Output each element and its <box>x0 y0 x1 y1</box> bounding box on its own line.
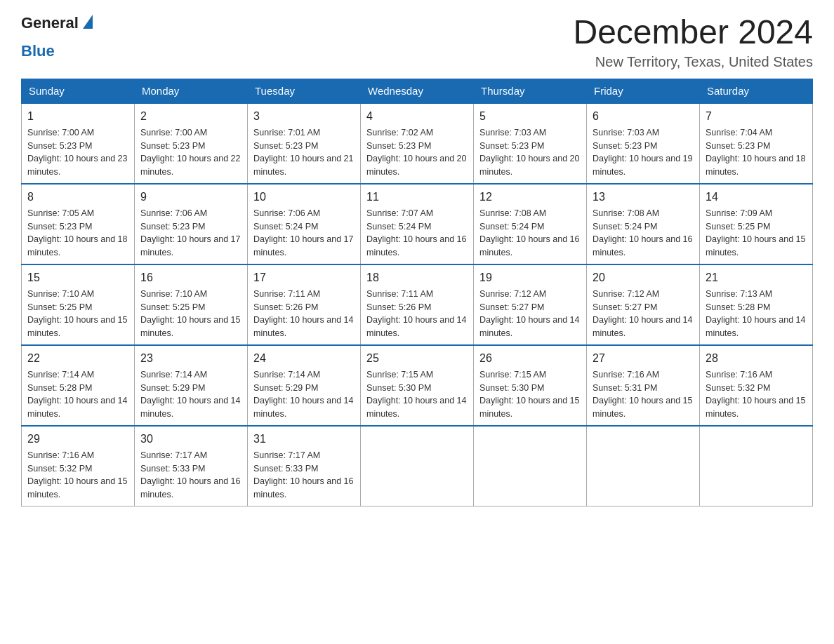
calendar-cell: 13 Sunrise: 7:08 AMSunset: 5:24 PMDaylig… <box>587 184 700 264</box>
week-row-4: 22 Sunrise: 7:14 AMSunset: 5:28 PMDaylig… <box>22 345 813 426</box>
day-number: 14 <box>706 189 807 206</box>
day-info: Sunrise: 7:06 AMSunset: 5:23 PMDaylight:… <box>140 207 241 260</box>
day-info: Sunrise: 7:07 AMSunset: 5:24 PMDaylight:… <box>366 207 468 260</box>
calendar-cell: 27 Sunrise: 7:16 AMSunset: 5:31 PMDaylig… <box>587 345 700 426</box>
day-info: Sunrise: 7:11 AMSunset: 5:26 PMDaylight:… <box>253 288 355 340</box>
day-number: 9 <box>140 189 241 206</box>
day-number: 27 <box>593 350 694 367</box>
calendar-cell <box>474 426 587 507</box>
day-info: Sunrise: 7:12 AMSunset: 5:27 PMDaylight:… <box>479 288 581 340</box>
day-number: 11 <box>366 189 468 206</box>
week-row-3: 15 Sunrise: 7:10 AMSunset: 5:25 PMDaylig… <box>22 264 813 345</box>
day-info: Sunrise: 7:10 AMSunset: 5:25 PMDaylight:… <box>140 288 241 340</box>
day-number: 23 <box>140 350 241 367</box>
calendar-cell: 11 Sunrise: 7:07 AMSunset: 5:24 PMDaylig… <box>361 184 474 264</box>
calendar-cell: 21 Sunrise: 7:13 AMSunset: 5:28 PMDaylig… <box>700 264 813 345</box>
calendar-header-friday: Friday <box>587 79 700 103</box>
day-number: 1 <box>27 108 128 125</box>
day-number: 30 <box>140 431 241 448</box>
calendar-cell: 28 Sunrise: 7:16 AMSunset: 5:32 PMDaylig… <box>700 345 813 426</box>
page-title: December 2024 <box>573 14 813 51</box>
day-info: Sunrise: 7:08 AMSunset: 5:24 PMDaylight:… <box>593 207 694 260</box>
day-info: Sunrise: 7:06 AMSunset: 5:24 PMDaylight:… <box>253 207 355 260</box>
calendar-cell: 14 Sunrise: 7:09 AMSunset: 5:25 PMDaylig… <box>700 184 813 264</box>
day-info: Sunrise: 7:14 AMSunset: 5:29 PMDaylight:… <box>253 368 355 421</box>
calendar-cell: 20 Sunrise: 7:12 AMSunset: 5:27 PMDaylig… <box>587 264 700 345</box>
calendar-cell: 29 Sunrise: 7:16 AMSunset: 5:32 PMDaylig… <box>22 426 135 507</box>
day-info: Sunrise: 7:15 AMSunset: 5:30 PMDaylight:… <box>479 368 581 421</box>
day-number: 3 <box>253 108 355 125</box>
day-info: Sunrise: 7:13 AMSunset: 5:28 PMDaylight:… <box>706 288 807 340</box>
day-number: 12 <box>479 189 581 206</box>
week-row-1: 1 Sunrise: 7:00 AMSunset: 5:23 PMDayligh… <box>22 103 813 184</box>
logo-blue-text: Blue <box>21 42 55 60</box>
calendar-cell: 4 Sunrise: 7:02 AMSunset: 5:23 PMDayligh… <box>361 103 474 184</box>
calendar-cell: 9 Sunrise: 7:06 AMSunset: 5:23 PMDayligh… <box>135 184 248 264</box>
calendar-cell: 16 Sunrise: 7:10 AMSunset: 5:25 PMDaylig… <box>135 264 248 345</box>
calendar-header-saturday: Saturday <box>700 79 813 103</box>
day-number: 4 <box>366 108 468 125</box>
calendar-cell: 22 Sunrise: 7:14 AMSunset: 5:28 PMDaylig… <box>22 345 135 426</box>
day-info: Sunrise: 7:17 AMSunset: 5:33 PMDaylight:… <box>253 449 355 502</box>
calendar-cell: 3 Sunrise: 7:01 AMSunset: 5:23 PMDayligh… <box>248 103 361 184</box>
day-info: Sunrise: 7:16 AMSunset: 5:32 PMDaylight:… <box>27 449 128 502</box>
day-number: 28 <box>706 350 807 367</box>
calendar-header-sunday: Sunday <box>22 79 135 103</box>
day-number: 6 <box>593 108 694 125</box>
day-info: Sunrise: 7:12 AMSunset: 5:27 PMDaylight:… <box>593 288 694 340</box>
day-info: Sunrise: 7:14 AMSunset: 5:28 PMDaylight:… <box>27 368 128 421</box>
day-info: Sunrise: 7:00 AMSunset: 5:23 PMDaylight:… <box>27 126 128 179</box>
day-info: Sunrise: 7:10 AMSunset: 5:25 PMDaylight:… <box>27 288 128 340</box>
logo-triangle-icon <box>83 15 93 29</box>
calendar-header-wednesday: Wednesday <box>361 79 474 103</box>
day-number: 22 <box>27 350 128 367</box>
day-number: 18 <box>366 269 468 286</box>
calendar-cell: 18 Sunrise: 7:11 AMSunset: 5:26 PMDaylig… <box>361 264 474 345</box>
calendar-header-row: SundayMondayTuesdayWednesdayThursdayFrid… <box>22 79 813 103</box>
day-info: Sunrise: 7:01 AMSunset: 5:23 PMDaylight:… <box>253 126 355 179</box>
page-subtitle: New Territory, Texas, United States <box>573 54 813 70</box>
day-info: Sunrise: 7:00 AMSunset: 5:23 PMDaylight:… <box>140 126 241 179</box>
day-info: Sunrise: 7:14 AMSunset: 5:29 PMDaylight:… <box>140 368 241 421</box>
calendar-table: SundayMondayTuesdayWednesdayThursdayFrid… <box>21 79 813 507</box>
calendar-cell: 8 Sunrise: 7:05 AMSunset: 5:23 PMDayligh… <box>22 184 135 264</box>
calendar-cell: 2 Sunrise: 7:00 AMSunset: 5:23 PMDayligh… <box>135 103 248 184</box>
calendar-cell <box>361 426 474 507</box>
day-info: Sunrise: 7:17 AMSunset: 5:33 PMDaylight:… <box>140 449 241 502</box>
week-row-2: 8 Sunrise: 7:05 AMSunset: 5:23 PMDayligh… <box>22 184 813 264</box>
logo: General <box>21 14 95 32</box>
calendar-cell: 15 Sunrise: 7:10 AMSunset: 5:25 PMDaylig… <box>22 264 135 345</box>
calendar-header-tuesday: Tuesday <box>248 79 361 103</box>
day-info: Sunrise: 7:02 AMSunset: 5:23 PMDaylight:… <box>366 126 468 179</box>
day-number: 2 <box>140 108 241 125</box>
calendar-cell: 25 Sunrise: 7:15 AMSunset: 5:30 PMDaylig… <box>361 345 474 426</box>
calendar-cell: 10 Sunrise: 7:06 AMSunset: 5:24 PMDaylig… <box>248 184 361 264</box>
day-number: 5 <box>479 108 581 125</box>
day-number: 21 <box>706 269 807 286</box>
day-info: Sunrise: 7:16 AMSunset: 5:32 PMDaylight:… <box>706 368 807 421</box>
day-number: 8 <box>27 189 128 206</box>
calendar-cell: 12 Sunrise: 7:08 AMSunset: 5:24 PMDaylig… <box>474 184 587 264</box>
calendar-cell: 6 Sunrise: 7:03 AMSunset: 5:23 PMDayligh… <box>587 103 700 184</box>
day-info: Sunrise: 7:04 AMSunset: 5:23 PMDaylight:… <box>706 126 807 179</box>
title-block: December 2024 New Territory, Texas, Unit… <box>573 14 813 70</box>
day-info: Sunrise: 7:11 AMSunset: 5:26 PMDaylight:… <box>366 288 468 340</box>
day-info: Sunrise: 7:05 AMSunset: 5:23 PMDaylight:… <box>27 207 128 260</box>
day-number: 10 <box>253 189 355 206</box>
day-number: 13 <box>593 189 694 206</box>
day-info: Sunrise: 7:08 AMSunset: 5:24 PMDaylight:… <box>479 207 581 260</box>
day-number: 25 <box>366 350 468 367</box>
calendar-cell: 19 Sunrise: 7:12 AMSunset: 5:27 PMDaylig… <box>474 264 587 345</box>
day-number: 29 <box>27 431 128 448</box>
day-info: Sunrise: 7:15 AMSunset: 5:30 PMDaylight:… <box>366 368 468 421</box>
calendar-header-monday: Monday <box>135 79 248 103</box>
day-number: 20 <box>593 269 694 286</box>
calendar-header-thursday: Thursday <box>474 79 587 103</box>
day-number: 31 <box>253 431 355 448</box>
week-row-5: 29 Sunrise: 7:16 AMSunset: 5:32 PMDaylig… <box>22 426 813 507</box>
day-number: 7 <box>706 108 807 125</box>
day-number: 19 <box>479 269 581 286</box>
calendar-cell: 7 Sunrise: 7:04 AMSunset: 5:23 PMDayligh… <box>700 103 813 184</box>
calendar-cell: 1 Sunrise: 7:00 AMSunset: 5:23 PMDayligh… <box>22 103 135 184</box>
day-number: 15 <box>27 269 128 286</box>
